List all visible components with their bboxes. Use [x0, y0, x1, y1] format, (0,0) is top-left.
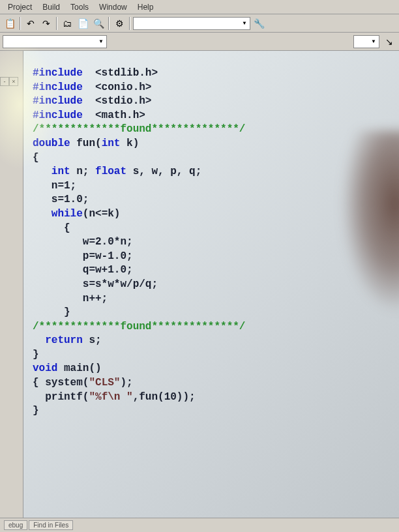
menu-project[interactable]: Project [3, 1, 37, 13]
save-all-icon[interactable]: 📋 [3, 16, 17, 31]
menu-window[interactable]: Window [94, 1, 132, 13]
member-dropdown[interactable]: ▼ [353, 35, 379, 48]
config-dropdown[interactable]: ▼ [133, 17, 250, 30]
file-icon[interactable]: 📄 [76, 16, 90, 31]
toolbar-separator [108, 17, 110, 30]
status-bar: ebug Find in Files [0, 518, 399, 532]
find-icon[interactable]: 🔍 [91, 16, 106, 31]
chevron-down-icon: ▼ [242, 20, 247, 26]
code-editor[interactable]: #include <stdlib.h> #include <conio.h> #… [23, 51, 399, 518]
secondary-toolbar: ▼ ▼ ↘ [0, 33, 399, 51]
main-toolbar: 📋 ↶ ↷ 🗂 📄 🔍 ⚙ ▼ 🔧 [0, 14, 399, 33]
toolbar-separator [56, 17, 57, 30]
tool-icon[interactable]: 🔧 [252, 16, 266, 31]
side-panel: - × [0, 51, 23, 518]
undo-icon[interactable]: ↶ [23, 16, 38, 31]
panel-close-icon[interactable]: × [9, 77, 18, 86]
build-icon[interactable]: ⚙ [112, 16, 126, 31]
menu-build[interactable]: Build [37, 1, 65, 13]
code-content[interactable]: #include <stdlib.h> #include <conio.h> #… [26, 53, 396, 432]
toolbar-separator [20, 17, 21, 30]
output-tab-find[interactable]: Find in Files [29, 520, 73, 530]
chevron-down-icon: ▼ [98, 38, 104, 44]
output-tab-debug[interactable]: ebug [4, 520, 27, 530]
redo-icon[interactable]: ↷ [39, 16, 53, 31]
menu-bar: Project Build Tools Window Help [0, 0, 399, 14]
menu-tools[interactable]: Tools [65, 1, 94, 13]
nav-icon[interactable]: ↘ [382, 35, 396, 49]
workspace-icon[interactable]: 🗂 [60, 16, 74, 31]
chevron-down-icon: ▼ [371, 38, 376, 44]
toolbar-separator [129, 17, 130, 30]
panel-minimize-icon[interactable]: - [0, 77, 9, 86]
main-area: - × #include <stdlib.h> #include <conio.… [0, 51, 399, 518]
class-dropdown[interactable]: ▼ [3, 35, 107, 48]
menu-help[interactable]: Help [132, 1, 159, 13]
